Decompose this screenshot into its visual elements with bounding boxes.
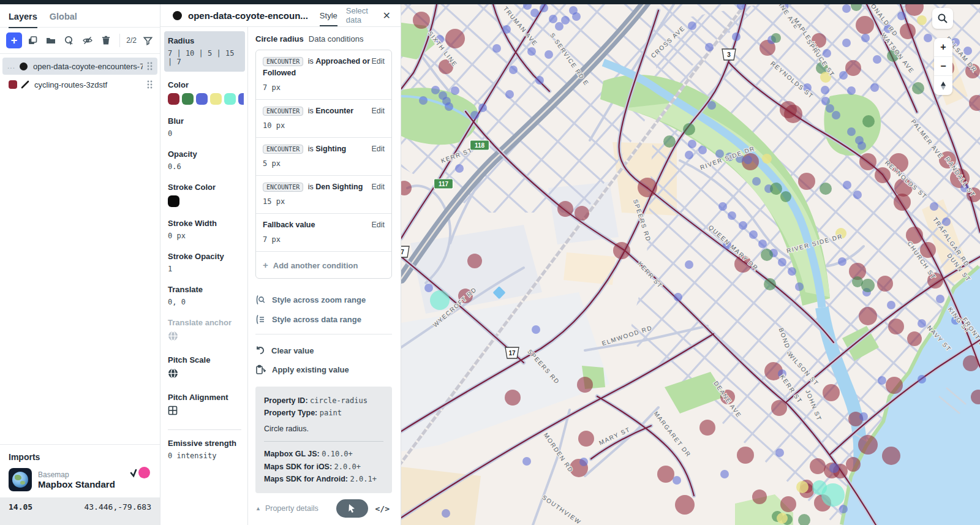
add-condition-button[interactable]: +Add another condition xyxy=(256,252,391,278)
property-details-toggle[interactable]: ▲ Property details xyxy=(255,504,318,513)
sidebar-tabs: Layers Global xyxy=(0,4,160,28)
property-emissive-strength[interactable]: Emissive strength 0 intensity xyxy=(168,439,241,460)
circle-radius-editor-column: Circle radiusData conditions ENCOUNTER i… xyxy=(248,27,401,525)
basemap-name: Mapbox Standard xyxy=(38,479,115,489)
style-across-data-range-button[interactable]: Style across data range xyxy=(255,314,392,325)
svg-text:117: 117 xyxy=(439,181,449,187)
road-shield-badge: 3 xyxy=(722,49,736,60)
condition-operator: is xyxy=(308,145,314,153)
color-swatch-row xyxy=(168,93,244,105)
edit-condition-link[interactable]: Edit xyxy=(371,143,385,155)
map-controls: + − xyxy=(932,8,953,95)
code-view-icon[interactable]: </> xyxy=(375,504,390,513)
zoom-out-button[interactable]: − xyxy=(934,57,952,76)
clear-value-button[interactable]: Clear value xyxy=(255,346,392,355)
property-type-label: Property Type: xyxy=(264,409,317,417)
pitch-alignment-label: Pitch Alignment xyxy=(168,393,241,402)
tab-select-data[interactable]: Select data xyxy=(346,4,376,26)
add-layer-button[interactable]: + xyxy=(6,32,22,48)
group-layers-folder-icon[interactable] xyxy=(43,32,59,48)
compass-button[interactable] xyxy=(934,76,952,95)
collaborator-cursor xyxy=(129,466,150,482)
filter-layers-funnel-icon[interactable] xyxy=(141,32,154,48)
property-blur[interactable]: Blur 0 xyxy=(168,116,241,138)
drag-handle-icon[interactable] xyxy=(146,61,153,71)
layer-name: cycling-routes-3zdstf xyxy=(34,80,143,89)
translate-value: 0, 0 xyxy=(168,298,241,306)
property-stroke-color[interactable]: Stroke Color xyxy=(168,183,241,207)
edit-fallback-link[interactable]: Edit xyxy=(371,219,385,231)
layer-list: ... open-data-coyote-encounters-7lx... c… xyxy=(0,54,160,97)
condition-operator: is xyxy=(308,57,314,66)
basemap-label: Basemap xyxy=(38,470,115,479)
color-swatch[interactable] xyxy=(224,93,236,105)
tab-global[interactable]: Global xyxy=(50,12,77,27)
property-pitch-alignment[interactable]: Pitch Alignment xyxy=(168,393,241,418)
condition-radius-value: 7 px xyxy=(263,82,385,94)
zoom-range-icon xyxy=(255,295,266,305)
emissive-label: Emissive strength xyxy=(168,439,241,448)
layers-sidebar: Layers Global + 2 xyxy=(0,4,160,525)
property-color[interactable]: Color xyxy=(168,80,241,105)
props-divider xyxy=(168,429,241,430)
fallback-radius-value: 7 px xyxy=(263,234,385,246)
radius-value: 7 | 10 | 5 | 15 | 7 xyxy=(168,49,241,66)
globe-thumbnail-icon xyxy=(12,472,28,488)
drag-handle-icon[interactable] xyxy=(146,80,153,89)
stroke-width-label: Stroke Width xyxy=(168,219,241,228)
map-canvas[interactable]: SIXTH LINETRUMAN AVES SERVICE RD ECROSS … xyxy=(401,4,980,525)
property-stroke-width[interactable]: Stroke Width 0 px xyxy=(168,219,241,240)
search-button[interactable] xyxy=(932,8,953,29)
tab-layers[interactable]: Layers xyxy=(9,12,37,27)
layer-count: 2/2 xyxy=(126,36,137,45)
select-on-map-icon[interactable] xyxy=(61,32,77,48)
pointer-arrow-icon xyxy=(347,504,356,513)
property-stroke-opacity[interactable]: Stroke Opacity 1 xyxy=(168,252,241,273)
property-pitch-scale[interactable]: Pitch Scale xyxy=(168,355,241,381)
edit-condition-link[interactable]: Edit xyxy=(371,181,385,193)
color-swatch[interactable] xyxy=(210,93,222,105)
close-panel-icon[interactable]: ✕ xyxy=(380,9,393,23)
hide-layer-eye-off-icon[interactable] xyxy=(80,32,96,48)
field-badge: ENCOUNTER xyxy=(263,107,303,116)
tab-style[interactable]: Style xyxy=(320,4,337,26)
sdk-gl-js-value: 0.10.0+ xyxy=(322,450,353,458)
zoom-in-button[interactable]: + xyxy=(934,38,952,57)
edit-condition-link[interactable]: Edit xyxy=(371,56,385,67)
plus-icon: + xyxy=(263,260,268,270)
property-description: Circle radius. xyxy=(264,423,383,435)
translate-label: Translate xyxy=(168,285,241,294)
sdk-android-label: Maps SDK for Android: xyxy=(264,475,348,483)
layer-row-coyote-encounters[interactable]: ... open-data-coyote-encounters-7lx... xyxy=(2,58,157,75)
layer-name: open-data-coyote-encounters-7lx... xyxy=(33,62,143,71)
globe-icon xyxy=(168,368,178,379)
caret-up-icon: ▲ xyxy=(255,505,261,512)
delete-layer-trash-icon[interactable] xyxy=(98,32,114,48)
exit-number-badge: 117 xyxy=(434,179,453,189)
color-swatch[interactable] xyxy=(168,93,179,105)
property-opacity[interactable]: Opacity 0.6 xyxy=(168,149,241,171)
apply-existing-value-button[interactable]: Apply existing value xyxy=(255,364,392,375)
property-translate[interactable]: Translate 0, 0 xyxy=(168,285,241,306)
condition-row: ENCOUNTER is Sighting Edit 5 px xyxy=(256,138,391,176)
svg-text:17: 17 xyxy=(508,350,516,357)
sdk-ios-label: Maps SDK for iOS: xyxy=(264,463,332,471)
layer-row-cycling-routes[interactable]: cycling-routes-3zdstf xyxy=(2,76,157,93)
coordinates-value: 43.446,-79.683 xyxy=(84,502,151,525)
condition-row: ENCOUNTER is Den Sighting Edit 15 px xyxy=(256,176,391,214)
app-top-bar xyxy=(0,0,980,4)
editor-heading-mode: Data conditions xyxy=(309,34,364,43)
cursor-mode-button[interactable] xyxy=(336,499,368,518)
color-swatch[interactable] xyxy=(182,93,194,105)
color-swatch[interactable] xyxy=(238,93,244,105)
style-across-zoom-range-button[interactable]: Style across zoom range xyxy=(255,295,392,305)
duplicate-layer-icon[interactable] xyxy=(24,32,40,48)
condition-operator: is xyxy=(308,183,314,191)
emissive-value: 0 intensity xyxy=(168,451,241,460)
editor-divider xyxy=(255,334,392,334)
property-radius[interactable]: Radius 7 | 10 | 5 | 15 | 7 xyxy=(164,31,245,72)
search-icon xyxy=(937,13,948,24)
property-translate-anchor[interactable]: Translate anchor xyxy=(168,318,241,344)
edit-condition-link[interactable]: Edit xyxy=(371,105,385,117)
color-swatch[interactable] xyxy=(196,93,208,105)
